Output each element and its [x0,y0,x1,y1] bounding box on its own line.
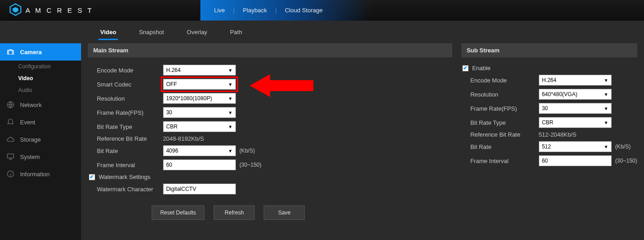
sidebar-item-label: System [20,153,40,160]
bitrate-type-value: CBR [166,123,178,130]
encode-mode-value: H.264 [166,67,181,73]
sidebar-sub-audio[interactable]: Audio [0,84,81,96]
chevron-down-icon: ▼ [228,148,233,153]
nav-sep: | [233,7,235,14]
watermark-char-input[interactable]: DigitalCCTV [163,184,236,194]
sub-enable-checkbox[interactable] [462,65,469,71]
sub-tabs: Video Snapshot Overlay Path [89,20,644,43]
action-buttons: Reset Defaults Refresh Save [152,205,452,220]
nav-live[interactable]: Live [214,7,225,14]
ref-bitrate-value: 2048-8192Kb/S [163,135,204,142]
sub-encode-mode-value: H.264 [542,77,557,83]
smart-codec-label: Smart Codec [88,81,163,88]
fps-value: 30 [166,109,172,116]
main-stream-header: Main Stream [88,43,452,57]
resolution-select[interactable]: 1920*1080(1080P) ▼ [163,93,236,104]
brand-logo: A M C R E S T [9,3,93,17]
sub-frame-interval-range: (30~150) [615,158,637,164]
sub-bitrate-type-value: CBR [542,119,553,126]
sub-bitrate-type-label: Bit Rate Type [461,119,539,126]
logo-icon [9,3,22,17]
encode-mode-select[interactable]: H.264 ▼ [163,65,236,76]
frame-interval-value: 60 [166,162,172,168]
smart-codec-value: OFF [166,81,177,87]
smart-codec-select[interactable]: OFF ▼ [163,79,236,90]
sub-bitrate-select[interactable]: 512 ▼ [539,141,612,152]
sidebar-item-label: Storage [20,136,41,143]
chevron-down-icon: ▼ [228,68,233,73]
reset-defaults-button[interactable]: Reset Defaults [152,205,205,220]
cloud-icon [6,135,15,143]
frame-interval-input[interactable]: 60 [163,159,236,170]
sidebar-item-event[interactable]: Event [0,113,81,131]
bitrate-label: Bit Rate [88,148,163,154]
sub-encode-mode-select[interactable]: H.264 ▼ [539,75,612,86]
sub-ref-bitrate-value: 512-2048Kb/S [539,131,577,138]
svg-rect-3 [7,154,14,158]
sub-fps-select[interactable]: 30 ▼ [539,103,612,114]
sidebar-item-storage[interactable]: Storage [0,131,81,148]
sub-resolution-select[interactable]: 640*480(VGA) ▼ [539,89,612,100]
sidebar-sub-video[interactable]: Video [0,72,81,84]
tab-video[interactable]: Video [100,22,116,42]
info-icon [6,170,15,178]
sidebar-item-information[interactable]: Information [0,165,81,183]
sub-bitrate-value: 512 [542,143,551,150]
watermark-char-label: Watermark Character [88,186,163,193]
sub-stream-column: Sub Stream Enable Encode Mode H.264 ▼ Re… [461,43,637,220]
sub-enable-label: Enable [472,65,491,71]
sub-bitrate-type-select[interactable]: CBR ▼ [539,117,612,128]
frame-interval-label: Frame Interval [88,162,163,169]
watermark-settings-label: Watermark Settings [99,174,151,180]
nav-playback[interactable]: Playback [243,7,267,14]
sidebar-item-network[interactable]: Network [0,96,81,113]
watermark-settings-checkbox[interactable] [89,174,95,180]
camera-icon [6,48,15,56]
chevron-down-icon: ▼ [604,78,608,83]
chevron-down-icon: ▼ [228,124,233,129]
sidebar-item-label: Camera [20,49,42,56]
sidebar: Camera Configuration Video Audio Network… [0,43,81,240]
tab-snapshot[interactable]: Snapshot [139,22,164,42]
sidebar-item-camera[interactable]: Camera [0,43,81,61]
sidebar-sub-configuration[interactable]: Configuration [0,61,81,72]
bitrate-unit: (Kb/S) [240,148,255,154]
frame-interval-range: (30~150) [240,162,261,168]
bitrate-type-select[interactable]: CBR ▼ [163,121,236,132]
bitrate-type-label: Bit Rate Type [88,123,163,130]
watermark-char-value: DigitalCCTV [166,186,196,192]
sub-resolution-label: Resolution [461,91,539,98]
nav-sep: | [275,7,276,14]
sub-ref-bitrate-label: Reference Bit Rate [461,131,539,138]
fps-label: Frame Rate(FPS) [88,109,163,116]
main-stream-column: Main Stream Encode Mode H.264 ▼ Smart Co… [88,43,452,220]
fps-select[interactable]: 30 ▼ [163,107,236,118]
svg-marker-1 [13,7,18,12]
chevron-down-icon: ▼ [604,144,608,149]
chevron-down-icon: ▼ [604,120,608,125]
top-nav: Live | Playback | Cloud Storage [200,0,414,20]
sub-frame-interval-input[interactable]: 60 [539,155,612,166]
sidebar-item-system[interactable]: System [0,148,81,165]
sidebar-item-label: Network [20,102,42,108]
sub-fps-value: 30 [542,105,548,112]
tab-path[interactable]: Path [230,22,242,42]
tab-overlay[interactable]: Overlay [187,22,207,42]
sidebar-item-label: Information [20,171,50,178]
main-panel: Main Stream Encode Mode H.264 ▼ Smart Co… [81,43,644,240]
app-header: A M C R E S T Live | Playback | Cloud St… [0,0,644,20]
sidebar-item-label: Event [20,119,35,126]
ref-bitrate-label: Reference Bit Rate [88,135,163,142]
refresh-button[interactable]: Refresh [214,205,255,220]
bitrate-select[interactable]: 4096 ▼ [163,145,236,156]
save-button[interactable]: Save [264,205,305,220]
sub-bitrate-unit: (Kb/S) [615,143,631,150]
sub-frame-interval-value: 60 [542,158,548,164]
sub-bitrate-label: Bit Rate [461,143,539,150]
chevron-down-icon: ▼ [228,82,233,87]
brand-text: A M C R E S T [26,6,93,14]
nav-cloud-storage[interactable]: Cloud Storage [285,7,322,14]
chevron-down-icon: ▼ [604,92,608,97]
sub-frame-interval-label: Frame Interval [461,158,539,164]
resolution-label: Resolution [88,95,163,102]
